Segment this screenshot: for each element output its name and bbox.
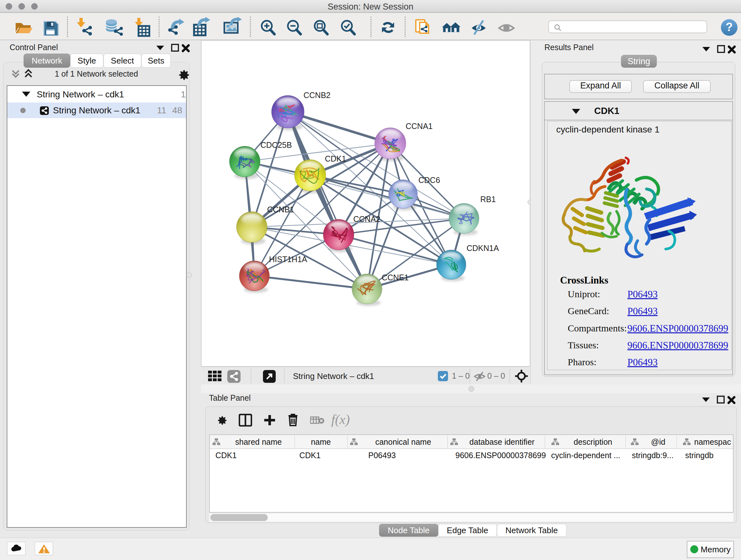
svg-text:CDC25B: CDC25B xyxy=(260,140,292,149)
svg-text:HIST1H1A: HIST1H1A xyxy=(269,255,307,264)
svg-text:CCNE1: CCNE1 xyxy=(382,273,409,282)
svg-text:CCNB2: CCNB2 xyxy=(304,91,331,100)
svg-text:CDC6: CDC6 xyxy=(418,176,440,185)
svg-text:CDK1: CDK1 xyxy=(325,154,346,163)
svg-text:CDKN1A: CDKN1A xyxy=(467,244,499,253)
svg-text:CCNA1: CCNA1 xyxy=(406,122,433,131)
svg-text:RB1: RB1 xyxy=(480,195,496,204)
svg-text:CCNA2: CCNA2 xyxy=(353,214,381,224)
svg-text:CCNB1: CCNB1 xyxy=(267,205,294,214)
